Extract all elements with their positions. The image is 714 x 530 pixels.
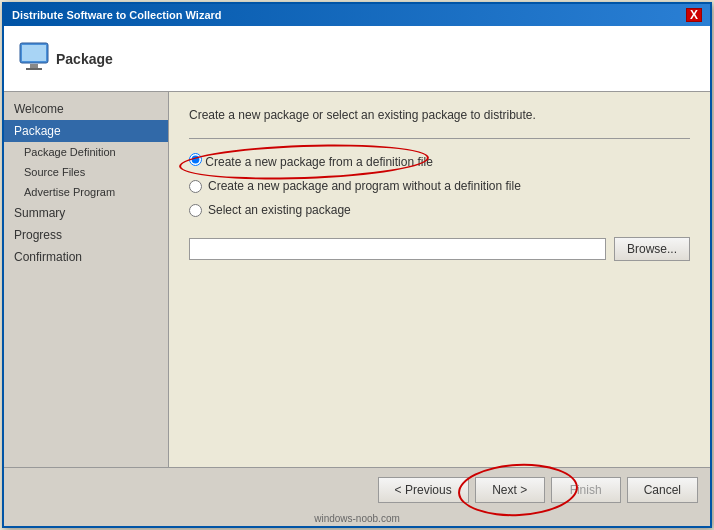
close-button[interactable]: X — [686, 8, 702, 22]
radio-label-2[interactable]: Create a new package and program without… — [208, 179, 521, 193]
content-area: Create a new package or select an existi… — [169, 92, 710, 467]
sidebar-item-source-files[interactable]: Source Files — [4, 162, 168, 182]
cancel-button[interactable]: Cancel — [627, 477, 698, 503]
header-title: Package — [56, 51, 113, 67]
main-content: Welcome Package Package Definition Sourc… — [4, 92, 710, 467]
radio-input-2[interactable] — [189, 180, 202, 193]
title-bar: Distribute Software to Collection Wizard… — [4, 4, 710, 26]
title-bar-text: Distribute Software to Collection Wizard — [12, 9, 222, 21]
sidebar-item-welcome[interactable]: Welcome — [4, 98, 168, 120]
sidebar-item-package-definition[interactable]: Package Definition — [4, 142, 168, 162]
footer: < Previous Next > Finish Cancel — [4, 467, 710, 511]
finish-button[interactable]: Finish — [551, 477, 621, 503]
radio-input-1[interactable] — [189, 153, 202, 166]
sidebar-item-summary[interactable]: Summary — [4, 202, 168, 224]
radio-group: Create a new package from a definition f… — [189, 153, 690, 217]
header-area: Package — [4, 26, 710, 92]
content-description: Create a new package or select an existi… — [189, 108, 690, 122]
file-browse-row: Browse... — [189, 237, 690, 261]
radio-label-1[interactable]: Create a new package from a definition f… — [205, 155, 432, 169]
next-button[interactable]: Next > — [475, 477, 545, 503]
dialog-window: Distribute Software to Collection Wizard… — [2, 2, 712, 528]
radio-option-1[interactable]: Create a new package from a definition f… — [189, 153, 690, 169]
radio-input-3[interactable] — [189, 204, 202, 217]
section-divider — [189, 138, 690, 139]
radio-option-3[interactable]: Select an existing package — [189, 203, 690, 217]
sidebar-item-confirmation[interactable]: Confirmation — [4, 246, 168, 268]
sidebar-item-progress[interactable]: Progress — [4, 224, 168, 246]
svg-rect-2 — [30, 64, 38, 68]
sidebar-item-package[interactable]: Package — [4, 120, 168, 142]
file-path-input[interactable] — [189, 238, 606, 260]
sidebar: Welcome Package Package Definition Sourc… — [4, 92, 169, 467]
computer-icon — [16, 39, 56, 79]
radio-option-2[interactable]: Create a new package and program without… — [189, 179, 690, 193]
sidebar-item-advertise-program[interactable]: Advertise Program — [4, 182, 168, 202]
previous-button[interactable]: < Previous — [378, 477, 469, 503]
radio-label-3[interactable]: Select an existing package — [208, 203, 351, 217]
watermark: windows-noob.com — [4, 511, 710, 526]
browse-button[interactable]: Browse... — [614, 237, 690, 261]
svg-rect-3 — [26, 68, 42, 70]
svg-rect-1 — [22, 45, 46, 61]
